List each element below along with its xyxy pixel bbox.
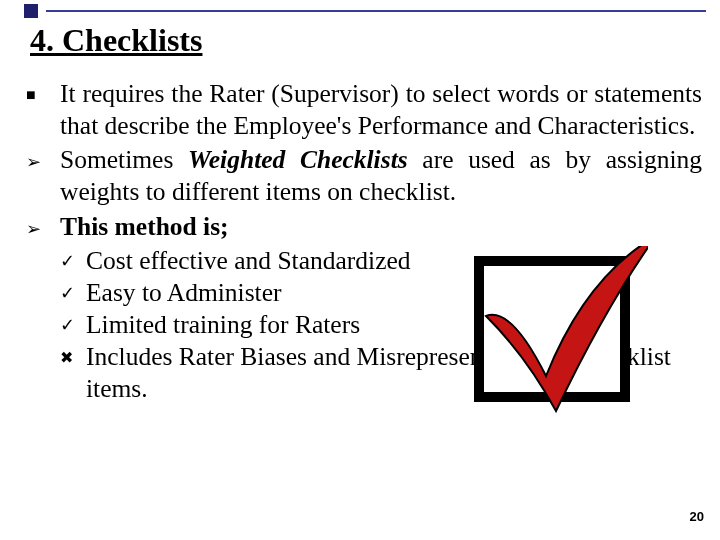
bullet-text: Sometimes Weighted Checklists are used a… bbox=[60, 144, 702, 208]
red-checkmark-icon bbox=[456, 246, 648, 416]
square-bullet-icon bbox=[26, 78, 60, 142]
arrow-bullet-icon bbox=[26, 144, 60, 208]
slide-title: 4. Checklists bbox=[30, 22, 202, 59]
check-icon bbox=[60, 309, 86, 341]
method-heading: This method is; bbox=[60, 212, 229, 241]
page-number: 20 bbox=[690, 509, 704, 524]
accent-square-icon bbox=[24, 4, 38, 18]
check-icon bbox=[60, 277, 86, 309]
top-accent-bar bbox=[0, 0, 720, 20]
checkbox-image bbox=[456, 246, 648, 416]
bullet-text: It requires the Rater (Supervisor) to se… bbox=[60, 78, 702, 142]
sub-text: Limited training for Raters bbox=[86, 309, 360, 341]
accent-line bbox=[46, 10, 706, 12]
slide: 4. Checklists It requires the Rater (Sup… bbox=[0, 0, 720, 540]
weighted-checklists-term: Weighted Checklists bbox=[188, 145, 408, 174]
bullet-text: This method is; bbox=[60, 211, 702, 243]
bullet-item: This method is; bbox=[26, 211, 702, 243]
check-icon bbox=[60, 245, 86, 277]
bullet-item: It requires the Rater (Supervisor) to se… bbox=[26, 78, 702, 142]
sub-text: Easy to Administer bbox=[86, 277, 281, 309]
bullet-item: Sometimes Weighted Checklists are used a… bbox=[26, 144, 702, 208]
cross-icon bbox=[60, 341, 86, 405]
text-span: Sometimes bbox=[60, 145, 188, 174]
sub-text: Cost effective and Standardized bbox=[86, 245, 411, 277]
arrow-bullet-icon bbox=[26, 211, 60, 243]
